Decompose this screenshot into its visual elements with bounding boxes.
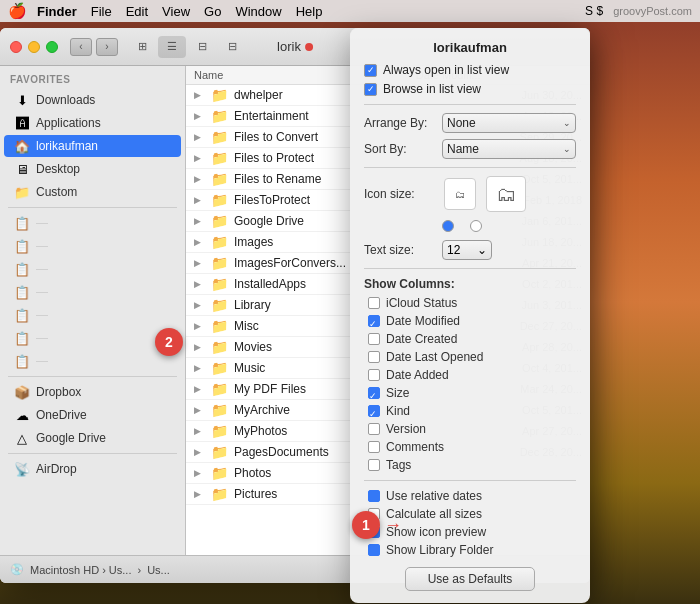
close-button[interactable] (10, 41, 22, 53)
window-title: lorik (277, 39, 313, 54)
sidebar-divider-2 (8, 376, 177, 377)
icon-size-large-radio[interactable] (470, 220, 482, 232)
sidebar-item-label: — (36, 354, 48, 368)
sidebar-item-label: — (36, 308, 48, 322)
text-size-row: Text size: 12 ⌄ (364, 240, 576, 260)
arrange-by-label: Arrange By: (364, 116, 434, 130)
use-defaults-button[interactable]: Use as Defaults (405, 567, 535, 591)
sidebar-item-label: — (36, 285, 48, 299)
column-checkbox[interactable] (368, 441, 380, 453)
sidebar-item-downloads[interactable]: ⬇ Downloads (4, 89, 181, 111)
column-label: Date Modified (386, 314, 460, 328)
folder-icon: 📁 (210, 465, 228, 481)
sidebar-item-placeholder1[interactable]: 📋 — (4, 212, 181, 234)
column-checkbox[interactable]: ✓ (368, 315, 380, 327)
folder-icon: 📁 (210, 297, 228, 313)
use-relative-dates-label: Use relative dates (386, 489, 482, 503)
browse-checkbox[interactable]: ✓ (364, 83, 377, 96)
sidebar-item-airdrop[interactable]: 📡 AirDrop (4, 458, 181, 480)
show-columns-title: Show Columns: (364, 277, 576, 291)
sidebar-item-onedrive[interactable]: ☁ OneDrive (4, 404, 181, 426)
sidebar-item-label: Desktop (36, 162, 80, 176)
sidebar-item-googledrive[interactable]: △ Google Drive (4, 427, 181, 449)
favorites-label: Favorites (0, 66, 185, 88)
folder-icon: 📁 (210, 234, 228, 250)
sidebar-item-label: Applications (36, 116, 101, 130)
placeholder-icon3: 📋 (14, 261, 30, 277)
menu-go[interactable]: Go (204, 4, 221, 19)
sidebar-item-placeholder7[interactable]: 📋 — (4, 350, 181, 372)
sidebar-item-applications[interactable]: 🅰 Applications (4, 112, 181, 134)
menu-file[interactable]: File (91, 4, 112, 19)
menubar-right: S $ groovyPost.com (585, 4, 692, 18)
folder-icon: 📁 (210, 108, 228, 124)
column-label: Version (386, 422, 426, 436)
column-checkbox[interactable]: ✓ (368, 405, 380, 417)
row-disclosure-arrow: ▶ (194, 405, 204, 415)
icon-size-row: Icon size: 🗂 🗂 (364, 176, 576, 212)
column-checkbox[interactable] (368, 351, 380, 363)
use-relative-dates-checkbox[interactable] (368, 490, 380, 502)
sidebar-item-lorikaufman[interactable]: 🏠 lorikaufman (4, 135, 181, 157)
sidebar-item-label: Custom (36, 185, 77, 199)
icon-size-small-radio[interactable] (442, 220, 454, 232)
sidebar-item-label: — (36, 239, 48, 253)
always-open-checkbox[interactable]: ✓ (364, 64, 377, 77)
menu-edit[interactable]: Edit (126, 4, 148, 19)
sidebar-item-desktop[interactable]: 🖥 Desktop (4, 158, 181, 180)
show-library-checkbox[interactable] (368, 544, 380, 556)
column-checkbox[interactable] (368, 297, 380, 309)
text-size-arrow: ⌄ (477, 243, 487, 257)
path-text: Macintosh HD › Us... (30, 564, 131, 576)
sidebar-item-placeholder3[interactable]: 📋 — (4, 258, 181, 280)
sort-by-select[interactable]: Name ⌄ (442, 139, 576, 159)
column-checkbox[interactable] (368, 369, 380, 381)
airdrop-icon: 📡 (14, 461, 30, 477)
traffic-lights (10, 41, 58, 53)
desktop-icon: 🖥 (14, 161, 30, 177)
column-label: Size (386, 386, 409, 400)
onedrive-icon: ☁ (14, 407, 30, 423)
placeholder-icon5: 📋 (14, 307, 30, 323)
list-view-btn[interactable]: ☰ (158, 36, 186, 58)
menu-window[interactable]: Window (235, 4, 281, 19)
column-label: Date Last Opened (386, 350, 483, 364)
sidebar-divider-3 (8, 453, 177, 454)
sidebar-item-label: — (36, 262, 48, 276)
maximize-button[interactable] (46, 41, 58, 53)
back-button[interactable]: ‹ (70, 38, 92, 56)
text-size-select[interactable]: 12 ⌄ (442, 240, 492, 260)
sidebar-item-label: OneDrive (36, 408, 87, 422)
row-disclosure-arrow: ▶ (194, 447, 204, 457)
cover-flow-btn[interactable]: ⊟ (218, 36, 246, 58)
menu-help[interactable]: Help (296, 4, 323, 19)
row-disclosure-arrow: ▶ (194, 111, 204, 121)
minimize-button[interactable] (28, 41, 40, 53)
sidebar-item-placeholder4[interactable]: 📋 — (4, 281, 181, 303)
sidebar-item-placeholder5[interactable]: 📋 — (4, 304, 181, 326)
arrow-right-indicator: → (384, 515, 402, 536)
column-label: Comments (386, 440, 444, 454)
row-disclosure-arrow: ▶ (194, 258, 204, 268)
icon-view-btn[interactable]: ⊞ (128, 36, 156, 58)
vop-divider-4 (364, 480, 576, 481)
menu-finder[interactable]: Finder (37, 4, 77, 19)
column-checkbox[interactable]: ✓ (368, 387, 380, 399)
apple-menu[interactable]: 🍎 (8, 2, 27, 20)
arrange-by-arrow: ⌄ (563, 118, 571, 128)
arrange-by-select[interactable]: None ⌄ (442, 113, 576, 133)
column-checkbox[interactable] (368, 459, 380, 471)
column-checkbox[interactable] (368, 423, 380, 435)
column-view-btn[interactable]: ⊟ (188, 36, 216, 58)
menu-items: Finder File Edit View Go Window Help (37, 4, 322, 19)
sidebar-item-custom[interactable]: 📁 Custom (4, 181, 181, 203)
column-checkbox[interactable] (368, 333, 380, 345)
menu-view[interactable]: View (162, 4, 190, 19)
forward-button[interactable]: › (96, 38, 118, 56)
column-kind-row: ✓ Kind (364, 404, 576, 418)
vop-divider-3 (364, 268, 576, 269)
sidebar-item-dropbox[interactable]: 📦 Dropbox (4, 381, 181, 403)
step-badge-2: 2 (155, 328, 183, 356)
badge1-container: 1 → (352, 511, 402, 539)
sidebar-item-placeholder2[interactable]: 📋 — (4, 235, 181, 257)
